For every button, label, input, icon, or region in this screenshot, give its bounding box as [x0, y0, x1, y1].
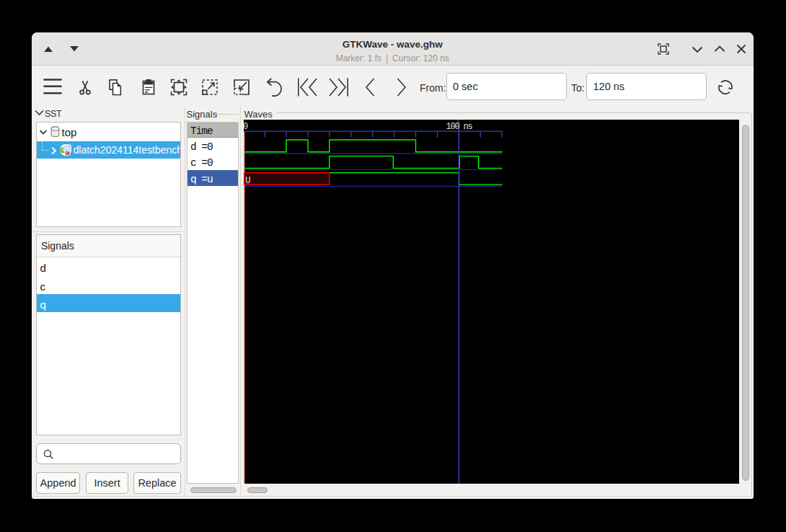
svg-text:0: 0 [244, 122, 248, 132]
svg-text:U: U [245, 175, 250, 185]
svg-text:100 ns: 100 ns [446, 122, 473, 132]
